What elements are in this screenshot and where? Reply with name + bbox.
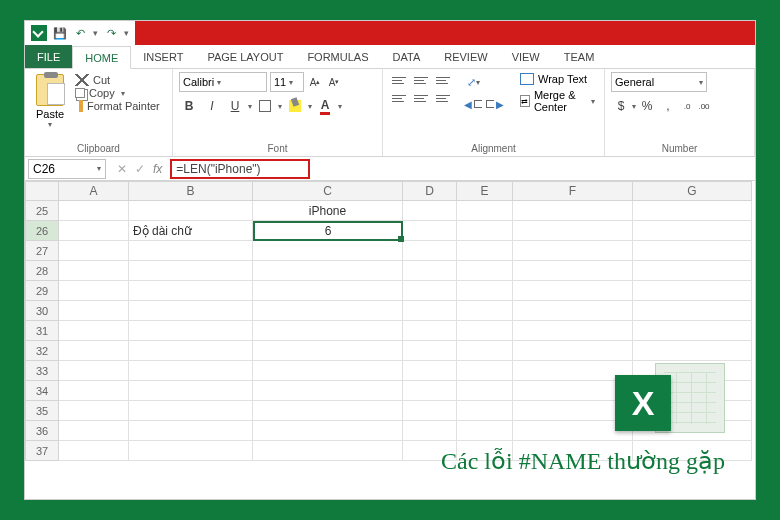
cell-A25[interactable] [59, 201, 129, 221]
cell-C28[interactable] [253, 261, 403, 281]
align-center-button[interactable] [411, 90, 431, 106]
underline-button[interactable]: U [225, 96, 245, 116]
row-header-25[interactable]: 25 [25, 201, 59, 221]
cell-D31[interactable] [403, 321, 457, 341]
cell-B31[interactable] [129, 321, 253, 341]
tab-file[interactable]: FILE [25, 45, 72, 68]
column-header-A[interactable]: A [59, 181, 129, 201]
cancel-formula-icon[interactable]: ✕ [117, 162, 127, 176]
cell-D26[interactable] [403, 221, 457, 241]
cell-F31[interactable] [513, 321, 633, 341]
cell-D28[interactable] [403, 261, 457, 281]
tab-formulas[interactable]: FORMULAS [295, 45, 380, 68]
row-header-33[interactable]: 33 [25, 361, 59, 381]
cell-F30[interactable] [513, 301, 633, 321]
cell-E26[interactable] [457, 221, 513, 241]
grow-font-button[interactable]: A▴ [307, 72, 323, 92]
font-size-combo[interactable]: 11▾ [270, 72, 304, 92]
cell-E27[interactable] [457, 241, 513, 261]
row-header-28[interactable]: 28 [25, 261, 59, 281]
format-painter-button[interactable]: Format Painter [75, 100, 160, 112]
undo-dropdown-icon[interactable]: ▾ [93, 28, 98, 38]
cell-G29[interactable] [633, 281, 752, 301]
qat-customize-icon[interactable]: ▾ [124, 28, 129, 38]
shrink-font-button[interactable]: A▾ [326, 72, 342, 92]
formula-input[interactable]: =LEN("iPhone") [170, 159, 310, 179]
italic-button[interactable]: I [202, 96, 222, 116]
cell-C36[interactable] [253, 421, 403, 441]
align-middle-button[interactable] [411, 72, 431, 88]
tab-insert[interactable]: INSERT [131, 45, 195, 68]
row-header-37[interactable]: 37 [25, 441, 59, 461]
cell-G26[interactable] [633, 221, 752, 241]
fill-color-button[interactable] [285, 96, 305, 116]
cell-A37[interactable] [59, 441, 129, 461]
cell-B35[interactable] [129, 401, 253, 421]
row-header-31[interactable]: 31 [25, 321, 59, 341]
cell-A32[interactable] [59, 341, 129, 361]
number-format-combo[interactable]: General▾ [611, 72, 707, 92]
cell-C30[interactable] [253, 301, 403, 321]
cell-A26[interactable] [59, 221, 129, 241]
cell-C31[interactable] [253, 321, 403, 341]
bold-button[interactable]: B [179, 96, 199, 116]
tab-home[interactable]: HOME [72, 46, 131, 69]
row-header-30[interactable]: 30 [25, 301, 59, 321]
borders-button[interactable] [255, 96, 275, 116]
cell-D27[interactable] [403, 241, 457, 261]
cell-B33[interactable] [129, 361, 253, 381]
cell-F28[interactable] [513, 261, 633, 281]
column-header-D[interactable]: D [403, 181, 457, 201]
cell-G30[interactable] [633, 301, 752, 321]
cell-G25[interactable] [633, 201, 752, 221]
tab-page-layout[interactable]: PAGE LAYOUT [195, 45, 295, 68]
copy-button[interactable]: Copy▾ [75, 87, 160, 99]
save-icon[interactable]: 💾 [53, 26, 67, 40]
cell-A35[interactable] [59, 401, 129, 421]
cell-B36[interactable] [129, 421, 253, 441]
cell-B29[interactable] [129, 281, 253, 301]
cell-A28[interactable] [59, 261, 129, 281]
cell-B27[interactable] [129, 241, 253, 261]
increase-indent-button[interactable]: ▶ [485, 94, 505, 114]
cell-E25[interactable] [457, 201, 513, 221]
cell-C27[interactable] [253, 241, 403, 261]
cell-C26[interactable]: 6 [253, 221, 403, 241]
row-header-27[interactable]: 27 [25, 241, 59, 261]
cell-F27[interactable] [513, 241, 633, 261]
cell-A36[interactable] [59, 421, 129, 441]
cell-E31[interactable] [457, 321, 513, 341]
row-header-26[interactable]: 26 [25, 221, 59, 241]
cell-C34[interactable] [253, 381, 403, 401]
enter-formula-icon[interactable]: ✓ [135, 162, 145, 176]
tab-data[interactable]: DATA [381, 45, 433, 68]
orientation-button[interactable]: ⤢▾ [463, 72, 483, 92]
cell-B28[interactable] [129, 261, 253, 281]
wrap-text-button[interactable]: Wrap Text [517, 72, 598, 86]
cell-C35[interactable] [253, 401, 403, 421]
comma-format-button[interactable]: , [658, 96, 678, 116]
cell-G27[interactable] [633, 241, 752, 261]
cell-A31[interactable] [59, 321, 129, 341]
cell-A27[interactable] [59, 241, 129, 261]
font-color-button[interactable]: A [315, 96, 335, 116]
column-header-F[interactable]: F [513, 181, 633, 201]
align-top-button[interactable] [389, 72, 409, 88]
column-header-C[interactable]: C [253, 181, 403, 201]
cell-B32[interactable] [129, 341, 253, 361]
cell-A33[interactable] [59, 361, 129, 381]
column-header-E[interactable]: E [457, 181, 513, 201]
cell-F26[interactable] [513, 221, 633, 241]
cell-B26[interactable]: Độ dài chữ [129, 221, 253, 241]
cell-E30[interactable] [457, 301, 513, 321]
row-header-35[interactable]: 35 [25, 401, 59, 421]
font-name-combo[interactable]: Calibri▾ [179, 72, 267, 92]
row-header-32[interactable]: 32 [25, 341, 59, 361]
cell-D29[interactable] [403, 281, 457, 301]
cell-B37[interactable] [129, 441, 253, 461]
align-left-button[interactable] [389, 90, 409, 106]
cell-F29[interactable] [513, 281, 633, 301]
paste-button[interactable]: Paste ▾ [31, 72, 69, 142]
cell-C29[interactable] [253, 281, 403, 301]
cell-E28[interactable] [457, 261, 513, 281]
